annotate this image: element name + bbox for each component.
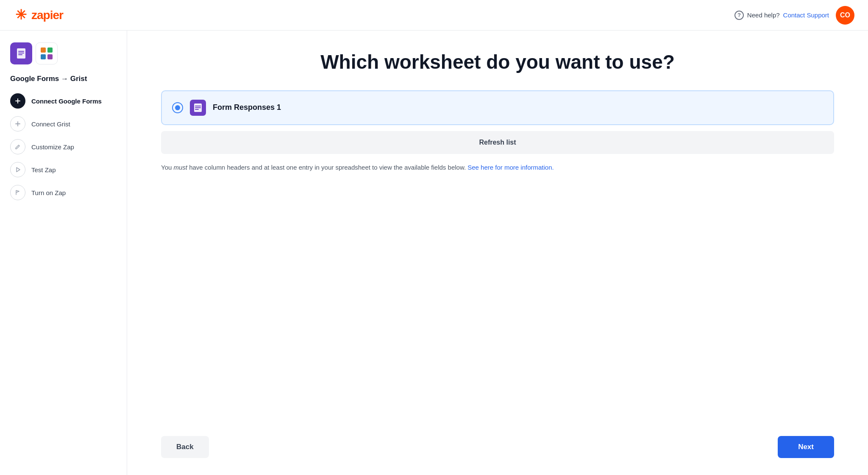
zapier-asterisk-icon: ✳ xyxy=(14,8,29,23)
step-item-connect-google-forms[interactable]: Connect Google Forms xyxy=(10,93,117,109)
svg-text:✳: ✳ xyxy=(15,8,27,22)
info-text: You must have column headers and at leas… xyxy=(161,162,834,173)
info-text-prefix: You xyxy=(161,164,173,171)
svg-rect-5 xyxy=(41,48,46,53)
svg-marker-13 xyxy=(17,168,20,172)
google-forms-app-icon xyxy=(10,42,32,64)
grist-app-icon xyxy=(36,42,58,64)
step-label-2: Connect Grist xyxy=(31,120,70,128)
contact-support-link[interactable]: Contact Support xyxy=(783,11,829,19)
step-label-3: Customize Zap xyxy=(31,143,74,151)
step-item-test-zap[interactable]: Test Zap xyxy=(10,162,117,177)
page-title: Which worksheet do you want to use? xyxy=(161,51,834,73)
next-button[interactable]: Next xyxy=(778,436,834,458)
edit-icon xyxy=(15,144,21,150)
step-label-4: Test Zap xyxy=(31,166,56,173)
step-label-1: Connect Google Forms xyxy=(31,98,102,105)
step-item-customize-zap[interactable]: Customize Zap xyxy=(10,139,117,154)
svg-rect-16 xyxy=(195,107,201,108)
svg-rect-8 xyxy=(47,54,53,59)
radio-inner xyxy=(175,105,180,110)
plus-icon-active xyxy=(14,98,21,104)
worksheet-icon xyxy=(190,100,206,116)
flag-icon xyxy=(15,190,21,196)
help-text: Need help? xyxy=(747,11,780,19)
zapier-logo-text: zapier xyxy=(31,8,63,22)
content-area: Which worksheet do you want to use? Form… xyxy=(127,31,868,475)
avatar[interactable]: CO xyxy=(836,6,854,25)
svg-rect-15 xyxy=(195,106,201,106)
step-circle-3 xyxy=(10,139,25,154)
step-label-5: Turn on Zap xyxy=(31,189,66,196)
step-circle-5 xyxy=(10,185,25,200)
bottom-buttons: Back Next xyxy=(161,436,834,458)
header-right: ? Need help? Contact Support CO xyxy=(734,6,854,25)
zapier-logo[interactable]: ✳ zapier xyxy=(14,8,63,23)
step-item-connect-grist[interactable]: Connect Grist xyxy=(10,116,117,131)
svg-rect-17 xyxy=(195,109,199,110)
main-layout: Google Forms → Grist Connect Google Form… xyxy=(0,31,868,475)
info-text-italic: must xyxy=(173,164,187,171)
step-item-turn-on-zap[interactable]: Turn on Zap xyxy=(10,185,117,200)
play-icon xyxy=(15,167,21,173)
worksheet-name: Form Responses 1 xyxy=(213,103,281,112)
grist-icon xyxy=(39,45,55,61)
help-section: ? Need help? Contact Support xyxy=(734,11,829,20)
radio-button-selected[interactable] xyxy=(172,102,183,113)
svg-rect-4 xyxy=(18,54,22,55)
svg-rect-3 xyxy=(18,53,24,53)
info-text-suffix: have column headers and at least one ent… xyxy=(187,164,467,171)
app-icons xyxy=(10,42,117,64)
step-circle-2 xyxy=(10,116,25,131)
info-link[interactable]: See here for more information. xyxy=(467,164,554,171)
worksheet-forms-icon xyxy=(193,103,203,112)
step-circle-4 xyxy=(10,162,25,177)
connection-title: Google Forms → Grist xyxy=(10,75,117,83)
plus-icon-2 xyxy=(15,121,21,127)
back-button[interactable]: Back xyxy=(161,436,209,458)
google-forms-icon xyxy=(15,47,28,60)
header: ✳ zapier ? Need help? Contact Support CO xyxy=(0,0,868,31)
refresh-list-button[interactable]: Refresh list xyxy=(161,131,834,154)
svg-rect-6 xyxy=(47,48,53,53)
svg-rect-7 xyxy=(41,54,46,59)
sidebar: Google Forms → Grist Connect Google Form… xyxy=(0,31,127,475)
help-icon: ? xyxy=(734,11,744,20)
step-circle-1 xyxy=(10,93,25,109)
worksheet-option[interactable]: Form Responses 1 xyxy=(161,90,834,125)
steps-list: Connect Google Forms Connect Grist xyxy=(10,93,117,200)
svg-rect-2 xyxy=(18,51,24,52)
